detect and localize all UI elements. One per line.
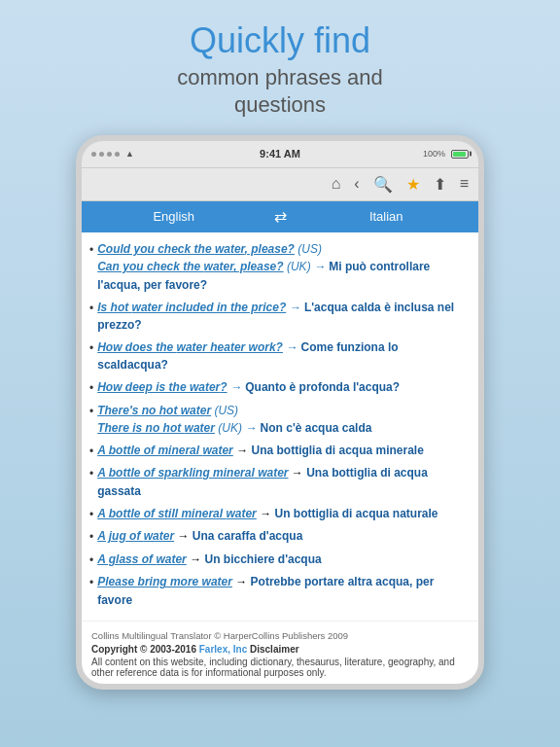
signal-dot [91,152,96,157]
phrase-text: Please bring more water → Potrebbe porta… [97,573,467,609]
list-item: • Could you check the water, please? (US… [89,240,467,295]
bullet: • [89,403,93,421]
bullet: • [89,443,93,461]
phrases-content: • Could you check the water, please? (US… [82,232,478,622]
status-time: 9:41 AM [260,148,300,160]
list-item: • How deep is the water? → Quanto è prof… [89,378,467,398]
bullet: • [89,506,93,524]
signal-dot [99,152,104,157]
list-item: • Is hot water included in the price? → … [89,299,467,335]
phrase-text: A bottle of mineral water → Una bottigli… [97,442,424,460]
battery-icon [451,150,469,159]
signal-dot [115,152,120,157]
phrase-text: A jug of water → Una caraffa d'acqua [97,527,302,546]
device-wrapper: ▲ 9:41 AM 100% ⌂ ‹ 🔍 ★ ⬆ ≡ English ⇄ Ita… [0,135,560,747]
status-bar: ▲ 9:41 AM 100% [82,141,478,168]
star-icon[interactable]: ★ [406,175,420,194]
phrase-text: A glass of water → Un bicchiere d'acqua [97,551,322,569]
farlex-link[interactable]: Farlex, Inc [199,644,247,655]
ipad-device: ▲ 9:41 AM 100% ⌂ ‹ 🔍 ★ ⬆ ≡ English ⇄ Ita… [76,135,484,691]
phrase-text: How does the water heater work? → Come f… [97,338,467,374]
share-icon[interactable]: ⬆ [434,175,446,194]
signal-dot [107,152,112,157]
lang-switch-icon[interactable]: ⇄ [266,207,295,226]
phrase-text: How deep is the water? → Quanto è profon… [97,378,400,397]
home-icon[interactable]: ⌂ [332,175,341,193]
bullet: • [89,379,93,398]
phrase-text: A bottle of still mineral water → Un bot… [97,505,438,523]
menu-icon[interactable]: ≡ [460,175,469,193]
bullet: • [89,528,93,547]
list-item: • There's no hot water (US) There is no … [89,402,467,438]
copyright-text: Copyright © 2003-2016 Farlex, Inc Discla… [91,644,299,655]
footer-body: All content on this website, including d… [91,657,469,678]
phrase-text: There's no hot water (US) There is no ho… [97,402,371,438]
bullet: • [89,339,93,358]
battery-percent: 100% [423,149,445,159]
page-title: Quickly find [177,21,383,60]
bullet: • [89,241,93,260]
collins-credit: Collins Multilingual Translator © Harper… [91,630,469,641]
phrase-text: Could you check the water, please? (US) … [97,240,467,295]
top-header: Quickly find common phrases andquestions [158,0,402,135]
browser-toolbar: ⌂ ‹ 🔍 ★ ⬆ ≡ [82,168,478,201]
bullet: • [89,300,93,318]
lang-english[interactable]: English [82,201,266,232]
bullet: • [89,574,93,592]
signal-dots: ▲ [91,149,134,159]
page-subtitle: common phrases andquestions [177,64,383,120]
search-icon[interactable]: 🔍 [373,175,393,194]
copyright-line: Copyright © 2003-2016 Farlex, Inc Discla… [91,644,469,655]
footer: Collins Multilingual Translator © Harper… [82,621,478,684]
list-item: • A glass of water → Un bicchiere d'acqu… [89,551,467,570]
bullet: • [89,465,93,483]
language-bar: English ⇄ Italian [82,201,478,232]
phrase-text: Is hot water included in the price? → L'… [97,299,467,335]
phrase-text: A bottle of sparkling mineral water → Un… [97,464,467,500]
list-item: • A bottle of mineral water → Una bottig… [89,442,467,461]
list-item: • A jug of water → Una caraffa d'acqua [89,527,467,547]
lang-italian[interactable]: Italian [295,201,479,232]
list-item: • How does the water heater work? → Come… [89,338,467,374]
list-item: • A bottle of sparkling mineral water → … [89,464,467,500]
list-item: • A bottle of still mineral water → Un b… [89,505,467,524]
wifi-icon: ▲ [125,149,134,159]
status-right: 100% [423,149,469,159]
list-item: • Please bring more water → Potrebbe por… [89,573,467,609]
bullet: • [89,551,93,570]
back-icon[interactable]: ‹ [354,175,359,193]
